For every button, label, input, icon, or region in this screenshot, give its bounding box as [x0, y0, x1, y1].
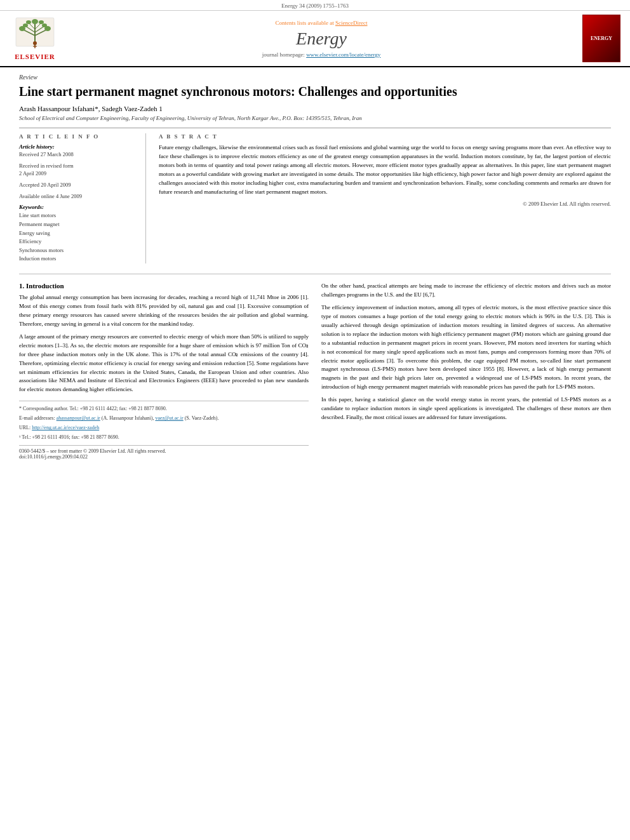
- section1-heading: 1. Introduction: [19, 282, 309, 290]
- affiliation: School of Electrical and Computer Engine…: [19, 115, 611, 121]
- homepage-prefix: journal homepage:: [262, 51, 306, 58]
- revised-date: Received in revised form2 April 2009: [19, 163, 137, 178]
- elsevier-logo-section: ELSEVIER: [6, 15, 64, 62]
- footnote-note1: ¹ Tel.: +98 21 6111 4916; fax: +98 21 88…: [19, 434, 309, 441]
- elsevier-text: ELSEVIER: [15, 53, 55, 60]
- keyword-3: Energy saving: [19, 229, 137, 238]
- email-label: E-mail addresses:: [19, 415, 57, 421]
- keyword-6: Induction motors: [19, 255, 137, 263]
- sciencedirect-prefix: Contents lists available at: [276, 20, 335, 26]
- citation-text: Energy 34 (2009) 1755–1763: [281, 3, 349, 9]
- abstract-title: A B S T R A C T: [159, 133, 611, 140]
- journal-header: ELSEVIER Contents lists available at Sci…: [0, 11, 630, 67]
- doi-text: doi:10.1016/j.energy.2009.04.022: [19, 454, 309, 460]
- accepted-date: Accepted 20 April 2009: [19, 182, 137, 189]
- right-para2: The efficiency improvement of induction …: [321, 303, 611, 392]
- svg-point-9: [23, 23, 28, 27]
- homepage-url[interactable]: www.elsevier.com/locate/energy: [306, 51, 380, 58]
- url-label: URL:: [19, 425, 32, 430]
- sciencedirect-link: Contents lists available at ScienceDirec…: [69, 20, 574, 26]
- email2-link[interactable]: vaez@ut.ac.ir: [155, 415, 183, 421]
- right-para3: In this paper, having a statistical glan…: [321, 396, 611, 422]
- page: Energy 34 (2009) 1755–1763: [0, 0, 630, 840]
- article-info-title: A R T I C L E I N F O: [19, 133, 137, 140]
- article-info-panel: A R T I C L E I N F O Article history: R…: [19, 133, 146, 263]
- received-date: Received 27 March 2008: [19, 151, 137, 159]
- svg-point-12: [42, 23, 47, 27]
- journal-name: Energy: [69, 29, 574, 49]
- keyword-2: Permanent magnet: [19, 220, 137, 229]
- keyword-1: Line start motors: [19, 211, 137, 220]
- doi-section: 0360-5442/$ – see front matter © 2009 El…: [19, 445, 309, 460]
- svg-point-15: [33, 41, 37, 45]
- column-left: 1. Introduction The global annual energy…: [19, 282, 309, 460]
- sciencedirect-name[interactable]: ScienceDirect: [335, 20, 367, 26]
- journal-homepage: journal homepage: www.elsevier.com/locat…: [69, 51, 574, 58]
- cover-text: ENERGY: [591, 36, 612, 42]
- footnote-url: URL: http://eng.ut.ac.ir/ece/vaez-zadeh: [19, 424, 309, 432]
- email1-link[interactable]: ahassanpour@ut.ac.ir: [57, 415, 100, 421]
- keyword-4: Efficiency: [19, 237, 137, 246]
- abstract-text: Future energy challenges, likewise the e…: [159, 143, 611, 197]
- column-right: On the other hand, practical attempts ar…: [321, 282, 611, 460]
- url-link[interactable]: http://eng.ut.ac.ir/ece/vaez-zadeh: [32, 425, 99, 430]
- info-abstract-section: A R T I C L E I N F O Article history: R…: [19, 128, 611, 263]
- journal-center: Contents lists available at ScienceDirec…: [69, 15, 574, 62]
- keywords-label: Keywords:: [19, 204, 137, 210]
- citation-bar: Energy 34 (2009) 1755–1763: [0, 0, 630, 11]
- email2-name: (S. Vaez-Zadeh).: [184, 415, 219, 421]
- online-date: Available online 4 June 2009: [19, 193, 137, 201]
- intro-para2: A large amount of the primary energy res…: [19, 333, 309, 395]
- issn-text: 0360-5442/$ – see front matter © 2009 El…: [19, 448, 309, 454]
- section-label: Review: [19, 74, 611, 81]
- abstract-copyright: © 2009 Elsevier Ltd. All rights reserved…: [159, 201, 611, 207]
- footnote-email: E-mail addresses: ahassanpour@ut.ac.ir (…: [19, 415, 309, 422]
- abstract-section: A B S T R A C T Future energy challenges…: [159, 133, 611, 263]
- journal-cover: ENERGY: [579, 15, 624, 62]
- authors: Arash Hassanpour Isfahani*, Sadegh Vaez-…: [19, 105, 611, 112]
- svg-point-14: [32, 19, 38, 24]
- keywords-list: Line start motors Permanent magnet Energ…: [19, 211, 137, 263]
- email1-name: (A. Hassanpour Isfahani),: [100, 415, 156, 421]
- footnotes-section: * Corresponding author. Tel.: +98 21 611…: [19, 401, 309, 441]
- keyword-5: Synchronous motors: [19, 246, 137, 255]
- intro-para1: The global annual energy consumption has…: [19, 293, 309, 329]
- right-para1: On the other hand, practical attempts ar…: [321, 282, 611, 300]
- elsevier-tree-icon: [13, 17, 57, 51]
- svg-point-10: [26, 20, 31, 24]
- article-title: Line start permanent magnet synchronous …: [19, 83, 611, 100]
- history-label: Article history:: [19, 143, 137, 150]
- cover-image: ENERGY: [582, 15, 620, 62]
- svg-point-13: [39, 20, 44, 24]
- article-body: Review Line start permanent magnet synch…: [0, 67, 630, 472]
- main-columns: 1. Introduction The global annual energy…: [19, 274, 611, 460]
- footnote-star: * Corresponding author. Tel.: +98 21 611…: [19, 405, 309, 413]
